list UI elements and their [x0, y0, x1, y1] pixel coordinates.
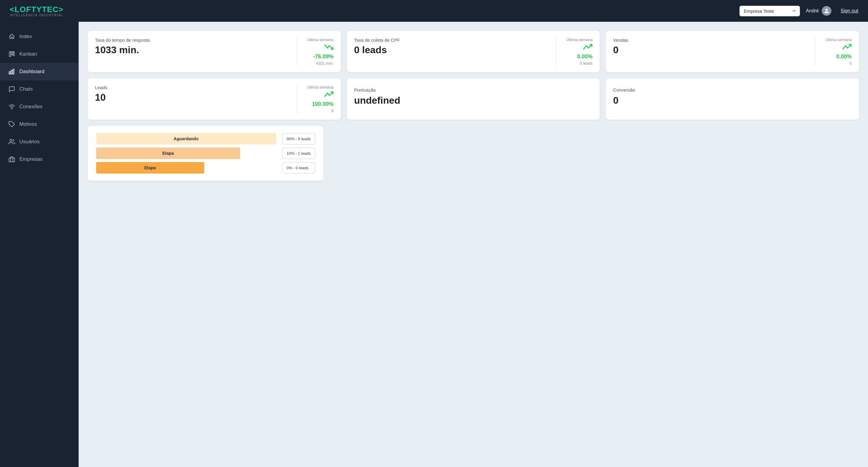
header: <LOFTYTEC> INTELIGÊNCIA INDUSTRIAL Empre… — [0, 0, 868, 22]
funnel-label-3: 0% - 0 leads — [282, 162, 315, 173]
home-icon — [8, 33, 15, 40]
card-period-3: Última semana — [825, 37, 852, 42]
card-title-leads: Leads — [95, 85, 291, 90]
funnel-label-1: 90% - 9 leads — [282, 133, 315, 144]
card-sub-1: 4321 min. — [316, 61, 334, 66]
card-pct-3: 0.00% — [836, 54, 852, 60]
svg-rect-0 — [9, 52, 11, 57]
sidebar-item-empresas[interactable]: Empresas — [0, 151, 79, 168]
sidebar-label-kanban: Kanban — [19, 51, 37, 57]
funnel-bar-row-1: Aguardando — [96, 133, 276, 144]
sidebar-item-kanban[interactable]: Kanban — [0, 45, 79, 63]
card-right-leads: Última semana 100.00% 5 — [303, 85, 334, 113]
card-value-conversao: 0 — [613, 95, 852, 106]
sidebar-item-dashboard[interactable]: Dashboard — [0, 63, 79, 80]
cards-row-1: Taxa do tempo de resposta 1033 min. Últi… — [88, 31, 859, 72]
signout-button[interactable]: Sign out — [840, 8, 858, 13]
card-divider-2 — [556, 37, 556, 66]
card-pct-1: -76.09% — [313, 54, 334, 60]
card-left-taxa-tempo: Taxa do tempo de resposta 1033 min. — [95, 37, 291, 66]
sidebar-label-chats: Chats — [19, 86, 33, 92]
sidebar-item-motivos[interactable]: Motivos — [0, 115, 79, 133]
empresa-select[interactable]: Empresa Teste — [740, 6, 800, 16]
card-value-taxa-tempo: 1033 min. — [95, 44, 291, 56]
sidebar-label-motivos: Motivos — [19, 121, 37, 127]
funnel-bars: Aguardando Etapa Etapa — [96, 133, 276, 173]
main-content: Taxa do tempo de resposta 1033 min. Últi… — [79, 22, 868, 467]
logo-subtitle: INTELIGÊNCIA INDUSTRIAL — [10, 13, 63, 17]
sidebar-label-index: Index — [19, 34, 32, 40]
svg-rect-1 — [11, 52, 13, 55]
trend-up-icon-3 — [842, 43, 852, 52]
card-value-leads: 10 — [95, 92, 291, 103]
card-period-1: Última semana — [307, 37, 334, 42]
header-user: André Sign out — [806, 6, 858, 16]
funnel-bar-aguardando: Aguardando — [96, 133, 276, 144]
username-label: André — [806, 8, 819, 13]
card-divider-1 — [297, 37, 297, 66]
chat-icon — [8, 86, 15, 93]
trend-up-icon-2 — [583, 43, 592, 52]
tag-icon — [8, 121, 15, 128]
card-taxa-cpf: Taxa de coleta de CPF 0 leads Última sem… — [347, 31, 600, 72]
card-title-taxa-tempo: Taxa do tempo de resposta — [95, 37, 291, 43]
logo-text: <LOFTYTEC> — [10, 5, 63, 14]
card-value-pontuacao: undefined — [354, 95, 593, 106]
card-taxa-tempo: Taxa do tempo de resposta 1033 min. Últi… — [88, 31, 341, 72]
chart-icon — [8, 68, 15, 75]
card-leads: Leads 10 Última semana 100.00% 5 — [88, 78, 341, 120]
funnel-bar-etapa-2: Etapa — [96, 162, 204, 173]
svg-rect-3 — [9, 72, 10, 74]
card-value-taxa-cpf: 0 leads — [354, 44, 550, 56]
sidebar-item-conexoes[interactable]: Conexões — [0, 98, 79, 115]
sidebar: Index Kanban Dashboard Chats — [0, 22, 79, 467]
card-right-taxa-tempo: Última semana -76.09% 4321 min. — [303, 37, 334, 66]
card-title-pontuacao: Pontuação — [354, 87, 593, 93]
card-pontuacao: Pontuação undefined — [347, 78, 600, 120]
svg-rect-5 — [13, 69, 14, 74]
card-title-conversao: Conversão — [613, 87, 852, 93]
trend-up-icon-4 — [324, 91, 334, 100]
svg-rect-9 — [9, 158, 14, 162]
card-right-vendas: Última semana 0.00% 0 — [822, 37, 852, 66]
svg-rect-2 — [13, 52, 14, 56]
users-icon — [8, 138, 15, 145]
funnel-bar-etapa-1: Etapa — [96, 147, 240, 159]
svg-point-8 — [10, 139, 12, 141]
card-left-vendas: Vendas 0 — [613, 37, 809, 66]
card-sub-3: 0 — [849, 61, 852, 66]
trend-down-icon — [324, 43, 334, 52]
card-left-taxa-cpf: Taxa de coleta de CPF 0 leads — [354, 37, 550, 66]
card-right-taxa-cpf: Última semana 0.00% 0 leads — [562, 37, 592, 66]
funnel-label-2: 10% - 1 leads — [282, 147, 315, 159]
card-pct-4: 100.00% — [312, 101, 334, 107]
sidebar-label-usuarios: Usuários — [19, 139, 40, 145]
card-value-vendas: 0 — [613, 44, 809, 56]
card-divider-3 — [815, 37, 815, 66]
app-layout: Index Kanban Dashboard Chats — [0, 22, 868, 467]
kanban-icon — [8, 51, 15, 58]
sidebar-label-dashboard: Dashboard — [19, 69, 44, 75]
card-period-2: Última semana — [566, 37, 593, 42]
svg-point-6 — [11, 108, 12, 109]
user-avatar — [822, 6, 831, 16]
funnel-bar-row-2: Etapa — [96, 147, 276, 159]
cards-row-2: Leads 10 Última semana 100.00% 5 Pontuaç… — [88, 78, 859, 120]
funnel-section: Aguardando Etapa Etapa 90% - 9 leads 10%… — [88, 126, 323, 181]
svg-rect-4 — [11, 70, 12, 74]
card-sub-4: 5 — [331, 108, 333, 113]
building-icon — [8, 156, 15, 163]
card-pct-2: 0.00% — [577, 54, 592, 60]
card-period-4: Última semana — [307, 85, 334, 90]
funnel-bar-row-3: Etapa — [96, 162, 276, 173]
sidebar-label-conexoes: Conexões — [19, 104, 43, 110]
card-title-taxa-cpf: Taxa de coleta de CPF — [354, 37, 550, 43]
logo: <LOFTYTEC> INTELIGÊNCIA INDUSTRIAL — [10, 5, 63, 17]
sidebar-item-usuarios[interactable]: Usuários — [0, 133, 79, 151]
card-conversao: Conversão 0 — [606, 78, 859, 120]
sidebar-item-index[interactable]: Index — [0, 28, 79, 45]
card-sub-2: 0 leads — [580, 61, 592, 66]
sidebar-item-chats[interactable]: Chats — [0, 80, 79, 98]
funnel-labels: 90% - 9 leads 10% - 1 leads 0% - 0 leads — [282, 133, 315, 173]
card-title-vendas: Vendas — [613, 37, 809, 43]
